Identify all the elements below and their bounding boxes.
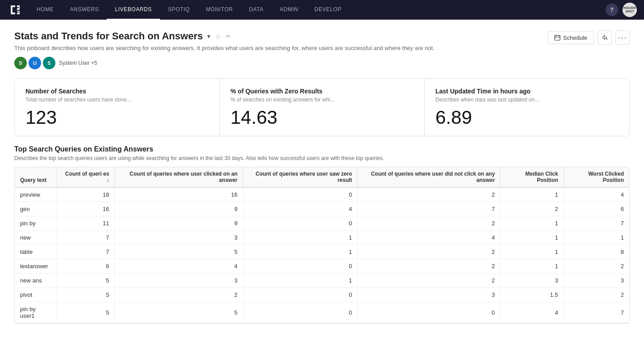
metric-card-zero-results: % of Queries with Zero Results % of sear… — [220, 79, 425, 136]
cell-zero: 1 — [243, 274, 358, 288]
cell-worst: 2 — [564, 259, 629, 274]
edit-icon[interactable]: ✏ — [226, 33, 231, 40]
help-button[interactable]: ? — [606, 4, 618, 16]
page-subtitle: This pinboard describes how users are se… — [14, 45, 548, 51]
nav-admin[interactable]: ADMIN — [272, 0, 306, 20]
cell-clicked: 4 — [115, 259, 243, 274]
table-row: pin by user1550047 — [15, 302, 629, 323]
table-wrapper: Query text Count of queri es ↓ Count of … — [14, 167, 630, 324]
page-title: Stats and Trends for Search on Answers — [14, 30, 203, 42]
cell-median: 1 — [501, 245, 564, 259]
nav-data[interactable]: DATA — [241, 0, 272, 20]
nav-home[interactable]: HOME — [29, 0, 62, 20]
user-avatar[interactable]: THOUGHTSPOT — [623, 3, 637, 17]
table-section: Top Search Queries on Existing Answers D… — [14, 145, 630, 324]
metric-card-last-updated: Last Updated Time in hours ago Describes… — [425, 79, 629, 136]
metric-sublabel-0: Total number of searches users have done… — [25, 97, 209, 103]
logo[interactable] — [7, 2, 23, 18]
cell-median: 1 — [501, 231, 564, 245]
cell-no-click: 4 — [358, 231, 501, 245]
schedule-icon — [554, 34, 560, 41]
table-row: pivot52031.52 — [15, 288, 629, 302]
cell-median: 2 — [501, 202, 564, 216]
col-zero[interactable]: Count of queries where user saw zero res… — [243, 167, 358, 187]
nav-items: HOME ANSWERS LIVEBOARDS SPOTIQ MONITOR D… — [29, 0, 606, 20]
col-clicked[interactable]: Count of queries where user clicked on a… — [115, 167, 243, 187]
cell-worst: 2 — [564, 288, 629, 302]
table-row: geo1694726 — [15, 202, 629, 216]
favorite-icon[interactable]: ☆ — [215, 32, 221, 41]
cell-clicked: 9 — [115, 216, 243, 231]
cell-zero: 0 — [243, 302, 358, 323]
page-content: Stats and Trends for Search on Answers ▾… — [0, 20, 644, 354]
cell-worst: 6 — [564, 202, 629, 216]
col-query[interactable]: Query text — [15, 167, 57, 187]
nav-answers[interactable]: ANSWERS — [62, 0, 107, 20]
metric-label-2: Last Updated Time in hours ago — [435, 88, 619, 95]
share-button[interactable] — [598, 30, 612, 45]
page-header: Stats and Trends for Search on Answers ▾… — [14, 30, 630, 69]
avatar-s1[interactable]: S — [14, 57, 27, 69]
cell-count: 18 — [57, 187, 115, 202]
metric-cards: Number of Searches Total number of searc… — [14, 78, 630, 136]
avatar-u[interactable]: U — [29, 57, 41, 69]
avatar-s2[interactable]: S — [43, 57, 55, 69]
cell-zero: 4 — [243, 202, 358, 216]
table-subtitle: Describes the top search queries users a… — [14, 155, 630, 161]
cell-query: pivot — [15, 288, 57, 302]
cell-worst: 1 — [564, 231, 629, 245]
cell-median: 3 — [501, 274, 564, 288]
col-count[interactable]: Count of queri es ↓ — [57, 167, 115, 187]
title-dropdown-icon[interactable]: ▾ — [207, 33, 210, 40]
cell-zero: 0 — [243, 187, 358, 202]
nav-liveboards[interactable]: LIVEBOARDS — [107, 0, 160, 20]
cell-no-click: 2 — [358, 187, 501, 202]
cell-worst: 4 — [564, 187, 629, 202]
header-left: Stats and Trends for Search on Answers ▾… — [14, 30, 548, 69]
cell-no-click: 2 — [358, 216, 501, 231]
cell-count: 6 — [57, 259, 115, 274]
more-icon: ··· — [618, 33, 627, 42]
avatar-more-label: System User +5 — [59, 60, 97, 66]
data-table: Query text Count of queri es ↓ Count of … — [15, 167, 629, 323]
table-row: new ans531233 — [15, 274, 629, 288]
table-title: Top Search Queries on Existing Answers — [14, 145, 630, 153]
cell-median: 1.5 — [501, 288, 564, 302]
table-row: new731411 — [15, 231, 629, 245]
cell-worst: 3 — [564, 274, 629, 288]
cell-zero: 1 — [243, 245, 358, 259]
cell-no-click: 7 — [358, 202, 501, 216]
cell-no-click: 0 — [358, 302, 501, 323]
cell-clicked: 3 — [115, 231, 243, 245]
cell-clicked: 9 — [115, 202, 243, 216]
table-row: testanswer640212 — [15, 259, 629, 274]
schedule-label: Schedule — [563, 34, 587, 41]
cell-median: 1 — [501, 216, 564, 231]
nav-monitor[interactable]: MONITOR — [198, 0, 241, 20]
col-no-click[interactable]: Count of queries where user did not clic… — [358, 167, 501, 187]
svg-rect-1 — [555, 35, 560, 40]
cell-query: pin by — [15, 216, 57, 231]
schedule-button[interactable]: Schedule — [548, 31, 594, 44]
avatar-row: S U S System User +5 — [14, 57, 548, 69]
share-icon — [601, 34, 608, 41]
metric-sublabel-2: Describes when data was last updated on.… — [435, 97, 619, 103]
table-scroll[interactable]: Query text Count of queri es ↓ Count of … — [15, 167, 629, 323]
cell-zero: 0 — [243, 288, 358, 302]
nav-develop[interactable]: DEVELOP — [306, 0, 350, 20]
col-worst[interactable]: Worst Clicked Position — [564, 167, 629, 187]
metric-sublabel-1: % of searches on existing answers for wh… — [230, 97, 414, 103]
col-median[interactable]: Median Click Position — [501, 167, 564, 187]
sort-icon: ↓ — [106, 177, 109, 183]
cell-count: 5 — [57, 274, 115, 288]
title-row: Stats and Trends for Search on Answers ▾… — [14, 30, 548, 42]
cell-count: 11 — [57, 216, 115, 231]
more-options-button[interactable]: ··· — [615, 30, 630, 45]
cell-no-click: 2 — [358, 245, 501, 259]
cell-median: 1 — [501, 187, 564, 202]
cell-count: 7 — [57, 231, 115, 245]
cell-zero: 1 — [243, 231, 358, 245]
nav-spotiq[interactable]: SPOTIQ — [160, 0, 198, 20]
cell-query: preview — [15, 187, 57, 202]
table-row: table751218 — [15, 245, 629, 259]
